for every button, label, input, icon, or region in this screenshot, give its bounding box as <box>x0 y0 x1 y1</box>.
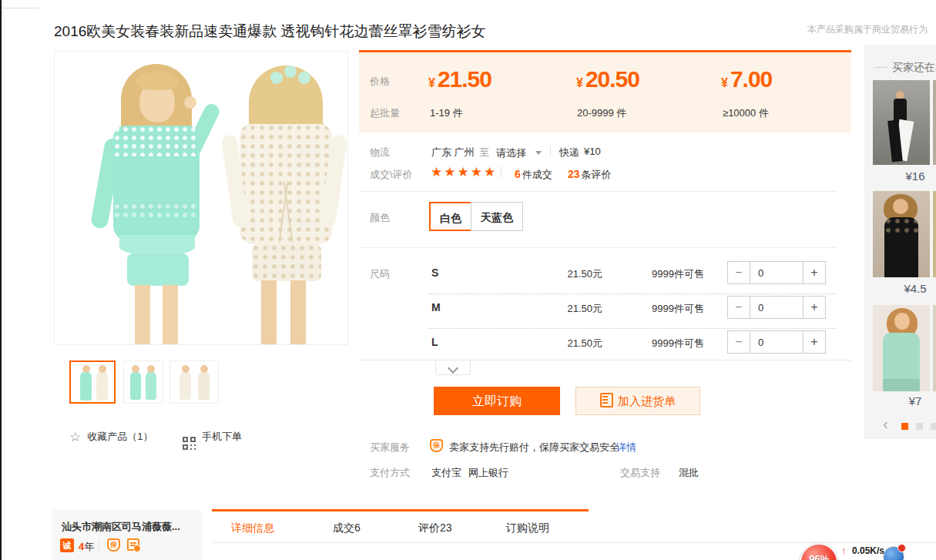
chevron-down-icon <box>448 363 458 374</box>
deals-link[interactable]: 6件成交 <box>515 167 552 182</box>
favorite-product-link[interactable]: ☆收藏产品（1） <box>69 429 153 445</box>
photo-shape <box>119 235 195 255</box>
size-name: M <box>431 301 441 314</box>
thumb-art <box>80 371 92 401</box>
photo-shape <box>113 203 200 221</box>
thumb-art <box>182 365 190 373</box>
network-speed-widget[interactable]: 96% ↑ 0.05K/s <box>798 539 936 560</box>
photo-shape <box>261 280 277 344</box>
seller-shield-icon: 保 <box>107 538 120 552</box>
qty-minus-button[interactable]: − <box>727 296 750 319</box>
thumbnail[interactable] <box>123 360 163 404</box>
quantity-input[interactable] <box>750 296 803 319</box>
mobile-order-label: 手机下单 <box>202 431 242 442</box>
reviews-link[interactable]: 23条评价 <box>568 167 612 182</box>
thumbnail-selected[interactable] <box>69 360 116 404</box>
thumbnail[interactable] <box>169 360 219 404</box>
divider <box>99 540 99 551</box>
pager-dot[interactable] <box>916 423 923 430</box>
tab-reviews[interactable]: 评价23 <box>418 521 452 535</box>
price-tier-1: ¥21.50 <box>428 66 491 92</box>
thumb-art <box>99 365 106 373</box>
tier-price: 7.00 <box>730 66 772 92</box>
section-divider <box>359 247 837 248</box>
thumb-art <box>130 371 141 400</box>
size-stock: 9999件可售 <box>652 267 704 281</box>
seller-years: 4年 <box>79 540 94 554</box>
rating-label: 成交\评价 <box>370 168 413 182</box>
tab-order-notes[interactable]: 订购说明 <box>506 521 549 535</box>
thumb-art <box>179 371 191 400</box>
size-label: 尺码 <box>370 267 390 281</box>
row-divider <box>429 328 836 329</box>
also-viewed-price: ¥7 <box>886 394 936 407</box>
trade-notice: 本产品采购属于商业贸易行为 <box>807 23 936 36</box>
photo-shape <box>136 72 178 90</box>
currency-symbol: ¥ <box>428 76 435 89</box>
size-stock: 9999件可售 <box>652 337 704 350</box>
mobile-order-link[interactable]: 手机下单 <box>183 429 242 450</box>
photo-shape <box>127 253 189 286</box>
also-viewed-price: ¥16 <box>886 169 936 183</box>
color-option-skyblue[interactable]: 天蓝色 <box>471 202 523 231</box>
moq-label: 起批量 <box>370 106 400 120</box>
thumb-art <box>198 371 210 400</box>
expand-sizes-button[interactable] <box>435 360 471 375</box>
courier-fee: ¥10 <box>584 146 601 157</box>
logistics-origin: 广东 广州 <box>431 146 475 159</box>
tier-qty-3: ≥10000 件 <box>723 106 769 120</box>
thumb-art <box>132 365 139 373</box>
photo-shape <box>252 244 321 281</box>
buyer-service-label: 买家服务 <box>370 441 410 454</box>
add-to-cart-button[interactable]: 加入进货单 <box>575 387 700 415</box>
pager-dot[interactable] <box>931 423 936 430</box>
thumb-art <box>200 365 208 373</box>
quantity-input[interactable] <box>750 330 803 354</box>
seller-name-link[interactable]: 汕头市潮南区司马浦薇薇... <box>62 520 196 534</box>
logistics-label: 物流 <box>370 146 390 159</box>
service-detail-link[interactable]: 详情 <box>616 441 636 454</box>
pager-prev-button[interactable]: ‹ <box>883 416 888 431</box>
protection-shield-icon: 保 <box>430 439 443 452</box>
divider <box>550 146 551 157</box>
currency-symbol: ¥ <box>576 76 583 89</box>
destination-select[interactable]: 请选择 <box>496 146 542 160</box>
currency-symbol: ¥ <box>721 76 728 89</box>
quantity-input[interactable] <box>750 261 803 284</box>
pager-dot-active[interactable] <box>901 423 908 430</box>
top-hairline <box>2 8 39 8</box>
size-name: L <box>431 336 438 348</box>
chevron-down-icon <box>535 151 542 155</box>
cheng-badge-icon: 诚 <box>60 538 74 552</box>
tabbar-accent <box>212 509 589 511</box>
percent-value: 96% <box>809 553 829 560</box>
qty-minus-button[interactable]: − <box>727 330 750 354</box>
section-divider <box>359 191 837 192</box>
qty-minus-button[interactable]: − <box>727 261 750 284</box>
size-price: 21.50元 <box>539 337 602 350</box>
review-unit: 条评价 <box>582 169 612 180</box>
sidebar-item-peek <box>933 80 936 165</box>
photo-shape <box>163 285 178 344</box>
qty-plus-button[interactable]: + <box>803 261 826 284</box>
notification-dot <box>897 544 906 552</box>
screen-left-edge <box>0 0 2 560</box>
thumb-art <box>147 365 155 373</box>
qty-plus-button[interactable]: + <box>803 296 826 319</box>
color-option-white[interactable]: 白色 <box>429 202 472 231</box>
payment-label: 支付方式 <box>370 466 410 480</box>
product-page: 2016欧美女装春装新品速卖通爆款 透视钩针花边蕾丝罩衫雪纺衫女 本产品采购属于… <box>0 0 936 560</box>
also-viewed-item[interactable] <box>873 191 930 277</box>
tab-detail-info[interactable]: 详细信息 <box>231 521 274 535</box>
thumb-art <box>893 199 908 214</box>
also-viewed-item[interactable] <box>873 305 930 391</box>
thumb-art <box>146 371 156 400</box>
tab-deals[interactable]: 成交6 <box>333 521 361 535</box>
product-photo[interactable] <box>54 51 348 345</box>
order-now-button[interactable]: 立即订购 <box>434 387 560 415</box>
star-outline-icon: ☆ <box>69 430 81 444</box>
qty-plus-button[interactable]: + <box>803 330 826 354</box>
trade-support-value: 混批 <box>679 466 699 480</box>
thumb-art <box>96 371 108 401</box>
also-viewed-item[interactable] <box>873 80 930 165</box>
